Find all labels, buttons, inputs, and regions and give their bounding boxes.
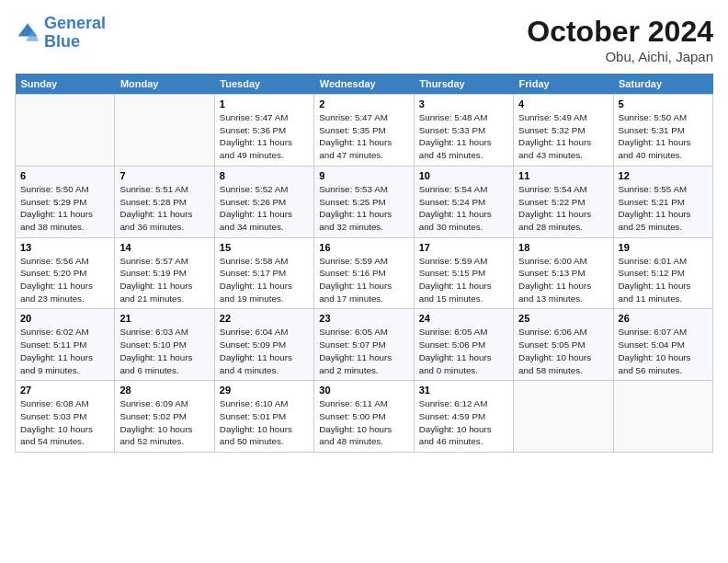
day-number: 25	[518, 313, 608, 324]
calendar-cell: 27Sunrise: 6:08 AM Sunset: 5:03 PM Dayli…	[16, 381, 115, 453]
day-number: 2	[319, 98, 408, 109]
day-info: Sunrise: 6:09 AM Sunset: 5:02 PM Dayligh…	[119, 397, 209, 448]
logo-icon	[15, 20, 40, 46]
day-number: 26	[619, 313, 708, 324]
calendar-header-row: SundayMondayTuesdayWednesdayThursdayFrid…	[16, 74, 713, 95]
day-number: 31	[419, 385, 508, 396]
day-number: 27	[20, 385, 109, 396]
day-number: 5	[619, 98, 708, 109]
weekday-header: Thursday	[414, 74, 513, 95]
day-info: Sunrise: 6:05 AM Sunset: 5:07 PM Dayligh…	[319, 326, 408, 376]
day-number: 19	[619, 242, 708, 253]
location-subtitle: Obu, Aichi, Japan	[527, 49, 713, 64]
day-number: 20	[20, 313, 109, 324]
calendar-cell	[613, 381, 712, 453]
day-number: 16	[319, 242, 408, 253]
day-number: 22	[220, 313, 309, 324]
calendar-cell: 28Sunrise: 6:09 AM Sunset: 5:02 PM Dayli…	[115, 381, 214, 453]
day-number: 13	[20, 242, 109, 253]
day-info: Sunrise: 5:52 AM Sunset: 5:26 PM Dayligh…	[220, 183, 309, 234]
day-number: 12	[619, 170, 708, 181]
day-info: Sunrise: 6:10 AM Sunset: 5:01 PM Dayligh…	[220, 397, 309, 448]
day-info: Sunrise: 5:55 AM Sunset: 5:21 PM Dayligh…	[619, 183, 708, 234]
calendar-cell: 6Sunrise: 5:50 AM Sunset: 5:29 PM Daylig…	[16, 166, 115, 237]
day-number: 1	[220, 98, 309, 109]
day-info: Sunrise: 5:49 AM Sunset: 5:32 PM Dayligh…	[518, 111, 608, 162]
day-info: Sunrise: 5:50 AM Sunset: 5:31 PM Dayligh…	[619, 111, 708, 162]
weekday-header: Wednesday	[314, 74, 414, 95]
calendar-cell: 24Sunrise: 6:05 AM Sunset: 5:06 PM Dayli…	[414, 309, 513, 381]
day-info: Sunrise: 6:03 AM Sunset: 5:10 PM Dayligh…	[119, 326, 209, 376]
day-info: Sunrise: 5:47 AM Sunset: 5:35 PM Dayligh…	[319, 111, 408, 162]
weekday-header: Monday	[115, 74, 214, 95]
calendar-cell: 30Sunrise: 6:11 AM Sunset: 5:00 PM Dayli…	[314, 381, 414, 453]
calendar-week-row: 27Sunrise: 6:08 AM Sunset: 5:03 PM Dayli…	[16, 381, 713, 453]
calendar-cell: 14Sunrise: 5:57 AM Sunset: 5:19 PM Dayli…	[115, 237, 214, 309]
calendar-cell: 18Sunrise: 6:00 AM Sunset: 5:13 PM Dayli…	[514, 237, 613, 309]
calendar-cell: 11Sunrise: 5:54 AM Sunset: 5:22 PM Dayli…	[514, 166, 613, 237]
calendar-cell: 31Sunrise: 6:12 AM Sunset: 4:59 PM Dayli…	[414, 381, 513, 453]
day-info: Sunrise: 6:04 AM Sunset: 5:09 PM Dayligh…	[220, 326, 309, 376]
day-number: 8	[220, 170, 309, 181]
calendar-week-row: 6Sunrise: 5:50 AM Sunset: 5:29 PM Daylig…	[16, 166, 713, 237]
day-info: Sunrise: 5:47 AM Sunset: 5:36 PM Dayligh…	[220, 111, 309, 162]
day-info: Sunrise: 5:54 AM Sunset: 5:22 PM Dayligh…	[518, 183, 608, 234]
calendar-cell: 9Sunrise: 5:53 AM Sunset: 5:25 PM Daylig…	[314, 166, 414, 237]
day-number: 24	[419, 313, 508, 324]
calendar-cell: 10Sunrise: 5:54 AM Sunset: 5:24 PM Dayli…	[414, 166, 513, 237]
day-info: Sunrise: 6:05 AM Sunset: 5:06 PM Dayligh…	[419, 326, 508, 376]
day-info: Sunrise: 5:50 AM Sunset: 5:29 PM Dayligh…	[20, 183, 109, 234]
day-number: 14	[119, 242, 209, 253]
day-number: 21	[119, 313, 209, 324]
day-number: 23	[319, 313, 408, 324]
calendar-cell: 15Sunrise: 5:58 AM Sunset: 5:17 PM Dayli…	[214, 237, 313, 309]
day-number: 3	[419, 98, 508, 109]
calendar-cell: 5Sunrise: 5:50 AM Sunset: 5:31 PM Daylig…	[613, 95, 712, 167]
calendar-cell: 7Sunrise: 5:51 AM Sunset: 5:28 PM Daylig…	[115, 166, 214, 237]
day-number: 9	[319, 170, 408, 181]
calendar-cell: 26Sunrise: 6:07 AM Sunset: 5:04 PM Dayli…	[613, 309, 712, 381]
day-number: 15	[220, 242, 309, 253]
day-info: Sunrise: 5:53 AM Sunset: 5:25 PM Dayligh…	[319, 183, 408, 234]
calendar-cell	[16, 95, 115, 167]
day-info: Sunrise: 5:57 AM Sunset: 5:19 PM Dayligh…	[119, 255, 209, 305]
month-title: October 2024	[527, 15, 713, 49]
day-info: Sunrise: 6:00 AM Sunset: 5:13 PM Dayligh…	[518, 255, 608, 305]
weekday-header: Tuesday	[214, 74, 313, 95]
calendar-cell: 1Sunrise: 5:47 AM Sunset: 5:36 PM Daylig…	[214, 95, 313, 167]
calendar-cell	[115, 95, 214, 167]
day-info: Sunrise: 6:07 AM Sunset: 5:04 PM Dayligh…	[619, 326, 708, 376]
calendar-cell: 21Sunrise: 6:03 AM Sunset: 5:10 PM Dayli…	[115, 309, 214, 381]
calendar-cell: 22Sunrise: 6:04 AM Sunset: 5:09 PM Dayli…	[214, 309, 313, 381]
calendar-cell: 12Sunrise: 5:55 AM Sunset: 5:21 PM Dayli…	[613, 166, 712, 237]
day-info: Sunrise: 5:56 AM Sunset: 5:20 PM Dayligh…	[20, 255, 109, 305]
day-info: Sunrise: 5:51 AM Sunset: 5:28 PM Dayligh…	[119, 183, 209, 234]
day-number: 10	[419, 170, 508, 181]
day-number: 6	[20, 170, 109, 181]
day-info: Sunrise: 6:06 AM Sunset: 5:05 PM Dayligh…	[518, 326, 608, 376]
calendar-cell: 3Sunrise: 5:48 AM Sunset: 5:33 PM Daylig…	[414, 95, 513, 167]
calendar-cell: 16Sunrise: 5:59 AM Sunset: 5:16 PM Dayli…	[314, 237, 414, 309]
day-info: Sunrise: 6:11 AM Sunset: 5:00 PM Dayligh…	[319, 397, 408, 448]
day-info: Sunrise: 5:59 AM Sunset: 5:15 PM Dayligh…	[419, 255, 508, 305]
calendar-cell: 2Sunrise: 5:47 AM Sunset: 5:35 PM Daylig…	[314, 95, 414, 167]
weekday-header: Saturday	[613, 74, 712, 95]
calendar-cell: 8Sunrise: 5:52 AM Sunset: 5:26 PM Daylig…	[214, 166, 313, 237]
day-number: 17	[419, 242, 508, 253]
day-info: Sunrise: 6:08 AM Sunset: 5:03 PM Dayligh…	[20, 397, 109, 448]
calendar-cell: 23Sunrise: 6:05 AM Sunset: 5:07 PM Dayli…	[314, 309, 414, 381]
calendar-week-row: 1Sunrise: 5:47 AM Sunset: 5:36 PM Daylig…	[16, 95, 713, 167]
day-info: Sunrise: 5:58 AM Sunset: 5:17 PM Dayligh…	[220, 255, 309, 305]
day-info: Sunrise: 5:54 AM Sunset: 5:24 PM Dayligh…	[419, 183, 508, 234]
calendar-cell: 4Sunrise: 5:49 AM Sunset: 5:32 PM Daylig…	[514, 95, 613, 167]
day-info: Sunrise: 5:48 AM Sunset: 5:33 PM Dayligh…	[419, 111, 508, 162]
page-header: General Blue October 2024 Obu, Aichi, Ja…	[15, 15, 713, 64]
day-number: 28	[119, 385, 209, 396]
calendar-week-row: 20Sunrise: 6:02 AM Sunset: 5:11 PM Dayli…	[16, 309, 713, 381]
title-block: October 2024 Obu, Aichi, Japan	[527, 15, 713, 64]
calendar-cell: 19Sunrise: 6:01 AM Sunset: 5:12 PM Dayli…	[613, 237, 712, 309]
calendar-cell: 13Sunrise: 5:56 AM Sunset: 5:20 PM Dayli…	[16, 237, 115, 309]
logo: General Blue	[15, 15, 106, 52]
calendar-cell: 17Sunrise: 5:59 AM Sunset: 5:15 PM Dayli…	[414, 237, 513, 309]
day-info: Sunrise: 5:59 AM Sunset: 5:16 PM Dayligh…	[319, 255, 408, 305]
